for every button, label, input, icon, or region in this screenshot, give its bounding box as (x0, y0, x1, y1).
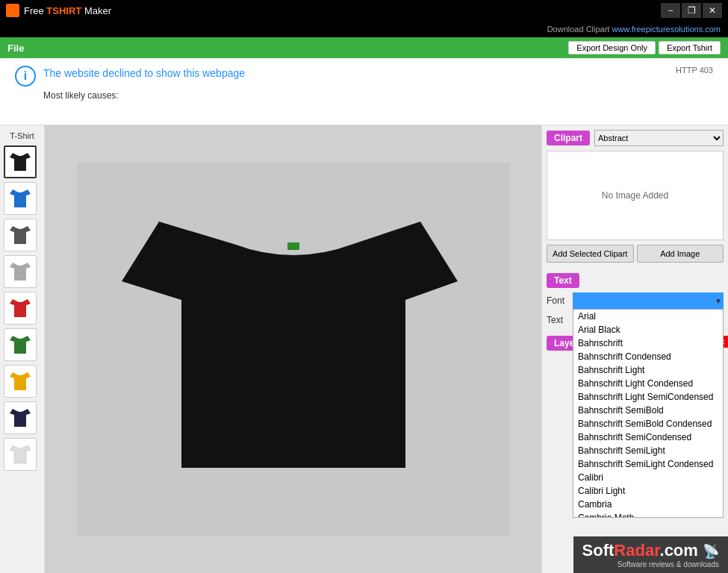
font-label: Font (547, 295, 573, 306)
font-list-item[interactable]: Arial (573, 310, 723, 323)
shirt-main (114, 177, 473, 522)
no-image-text: No Image Added (602, 190, 668, 201)
title-bar-left: Free TSHIRT Maker (6, 4, 111, 17)
shirt-selector-label: T-Shirt (4, 131, 40, 140)
clipart-header: Clipart Abstract Animals Food Nature Peo… (547, 130, 724, 146)
font-list-item[interactable]: Bahnschrift SemiLight (573, 444, 723, 457)
watermark-soft: Soft (582, 541, 615, 560)
clipart-section: Clipart Abstract Animals Food Nature Peo… (542, 125, 728, 273)
title-bar: Free TSHIRT Maker − ❐ ✕ (0, 0, 728, 21)
webpage-causes: Most likely causes: (43, 90, 713, 101)
header-bar: Download Clipart www.freepicturesolution… (0, 21, 728, 37)
webpage-info: i The website declined to show this webp… (15, 66, 713, 87)
restore-button[interactable]: ❐ (682, 3, 701, 18)
text-input-label: Text (547, 315, 573, 325)
close-button[interactable]: ✕ (703, 3, 722, 18)
menu-buttons: Export Design Only Export Tshirt (568, 41, 721, 54)
info-icon: i (15, 66, 36, 87)
right-panel: Clipart Abstract Animals Food Nature Peo… (541, 125, 728, 573)
menu-bar: File Export Design Only Export Tshirt (0, 37, 728, 58)
shirt-thumb-navy[interactable] (4, 401, 37, 434)
download-link: Download Clipart www.freepicturesolution… (547, 25, 721, 34)
watermark-main-text: SoftRadar.com 📡 (582, 541, 719, 560)
font-list-item[interactable]: Bahnschrift SemiBold Condensed (573, 417, 723, 430)
shirt-thumb-gray[interactable] (4, 219, 37, 251)
font-list-item[interactable]: Bahnschrift Light (573, 363, 723, 377)
main-area: T-Shirt (0, 125, 728, 573)
add-clipart-button[interactable]: Add Selected Clipart (547, 245, 634, 263)
font-list-item[interactable]: Bahnschrift Condensed (573, 350, 723, 363)
svg-rect-2 (15, 7, 18, 10)
window-controls: − ❐ ✕ (661, 3, 722, 18)
text-section: Text Font ▼ ArialArial BlackBahnschriftB… (542, 273, 728, 336)
font-list-item[interactable]: Bahnschrift (573, 336, 723, 350)
http-error: HTTP 403 (676, 66, 713, 75)
category-select[interactable]: Abstract Animals Food Nature People Spor… (594, 130, 724, 146)
app-title: Free TSHIRT Maker (24, 5, 111, 16)
font-list-item[interactable]: Arial Black (573, 323, 723, 336)
clipart-preview: No Image Added (547, 151, 724, 240)
minimize-button[interactable]: − (661, 3, 680, 18)
watermark-radar: Radar (614, 541, 659, 560)
shirt-thumb-red[interactable] (4, 292, 37, 325)
watermark-sub-text: Software reviews & downloads (582, 560, 719, 569)
font-dropdown-list[interactable]: ArialArial BlackBahnschriftBahnschrift C… (573, 309, 724, 518)
radar-icon: 📡 (703, 544, 719, 559)
shirt-thumb-white[interactable] (4, 438, 37, 471)
font-list-item[interactable]: Bahnschrift SemiBold (573, 404, 723, 417)
export-tshirt-button[interactable]: Export Tshirt (659, 41, 721, 54)
webpage-message: The website declined to show this webpag… (43, 67, 245, 79)
export-design-button[interactable]: Export Design Only (568, 41, 656, 54)
svg-rect-3 (287, 242, 299, 250)
font-input[interactable] (573, 292, 724, 309)
webpage-area: i The website declined to show this webp… (0, 58, 728, 125)
font-row: Font ▼ ArialArial BlackBahnschriftBahnsc… (547, 292, 724, 309)
shirt-thumb-black[interactable] (4, 145, 37, 178)
shirt-selector: T-Shirt (0, 125, 45, 573)
file-menu[interactable]: File (7, 43, 24, 54)
font-list-item[interactable]: Bahnschrift Light Condensed (573, 377, 723, 390)
font-list-item[interactable]: Calibri Light (573, 484, 723, 498)
shirt-thumb-lightgray[interactable] (4, 255, 37, 288)
font-list-item[interactable]: Bahnschrift Light SemiCondensed (573, 390, 723, 404)
text-badge: Text (547, 273, 579, 288)
shirt-thumb-green[interactable] (4, 328, 37, 361)
clipart-badge: Clipart (547, 131, 590, 145)
watermark: SoftRadar.com 📡 Software reviews & downl… (573, 536, 728, 573)
canvas-area[interactable] (45, 125, 541, 573)
watermark-dot-com: .com (660, 541, 698, 560)
shirt-thumb-yellow[interactable] (4, 365, 37, 398)
add-image-button[interactable]: Add Image (637, 245, 724, 263)
clipart-buttons: Add Selected Clipart Add Image (547, 245, 724, 263)
app-icon (6, 4, 19, 17)
svg-rect-1 (7, 7, 10, 10)
shirt-thumb-blue[interactable] (4, 182, 37, 215)
font-list-item[interactable]: Calibri (573, 471, 723, 484)
font-list-item[interactable]: Bahnschrift SemiCondensed (573, 430, 723, 444)
text-header: Text (547, 273, 724, 288)
font-list-item[interactable]: Bahnschrift SemiLight Condensed (573, 457, 723, 471)
site-url[interactable]: www.freepicturesolutions.com (612, 25, 721, 34)
font-dropdown-container[interactable]: ▼ ArialArial BlackBahnschriftBahnschrift… (573, 292, 724, 309)
font-list-item[interactable]: Cambria Math (573, 511, 723, 518)
shirt-canvas (77, 163, 510, 536)
font-list-item[interactable]: Cambria (573, 498, 723, 511)
